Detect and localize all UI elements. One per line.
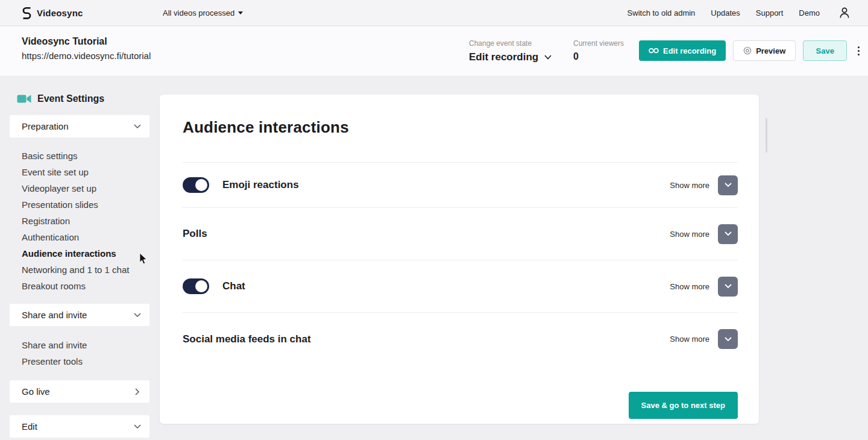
record-icon (649, 48, 659, 54)
more-options-button[interactable] (855, 44, 862, 58)
feature-label: Social media feeds in chat (183, 333, 311, 345)
event-state-dropdown[interactable]: Edit recording (469, 51, 552, 63)
sidebar-item-registration[interactable]: Registration (22, 213, 149, 229)
expand-polls-button[interactable] (718, 224, 738, 244)
feature-row-polls: Polls Show more (183, 208, 738, 260)
videos-processed-label: All videos processed (163, 8, 234, 17)
chevron-down-icon (725, 337, 732, 342)
event-settings-title: Event Settings (17, 93, 149, 104)
feature-row-social-media-feeds: Social media feeds in chat Show more (183, 313, 738, 365)
current-viewers-label: Current viewers (573, 39, 624, 48)
preparation-items: Basic settings Event site set up Videopl… (10, 137, 149, 304)
share-invite-items: Share and invite Presenter tools (10, 326, 149, 380)
feature-row-emoji-reactions: Emoji reactions Show more (183, 163, 738, 208)
sidebar-item-presenter-tools[interactable]: Presenter tools (22, 353, 149, 369)
eye-icon (743, 46, 752, 55)
expand-social-media-button[interactable] (718, 329, 738, 349)
chevron-down-icon (544, 55, 552, 60)
section-preparation-label: Preparation (22, 121, 69, 131)
show-more-label[interactable]: Show more (670, 282, 709, 291)
event-state-label: Change event state (469, 39, 552, 48)
edit-recording-label: Edit recording (663, 46, 716, 55)
user-icon (839, 7, 850, 19)
header-actions: Edit recording Preview Save (639, 40, 862, 61)
panel-heading-block: Audience interactions (183, 95, 738, 163)
show-more-label[interactable]: Show more (670, 181, 709, 190)
link-updates[interactable]: Updates (711, 8, 740, 17)
preview-label: Preview (756, 46, 785, 55)
preview-button[interactable]: Preview (733, 40, 796, 61)
section-go-live[interactable]: Go live (10, 380, 149, 403)
feature-label: Polls (183, 228, 207, 240)
edit-recording-button[interactable]: Edit recording (639, 40, 726, 61)
sidebar-item-networking-1to1-chat[interactable]: Networking and 1 to 1 chat (22, 262, 149, 278)
link-support[interactable]: Support (756, 8, 784, 17)
chevron-down-icon (134, 313, 141, 318)
section-edit[interactable]: Edit (10, 415, 149, 438)
link-demo[interactable]: Demo (799, 8, 820, 17)
chevron-down-icon (134, 424, 141, 429)
event-header: Videosync Tutorial https://demo.videosyn… (0, 27, 868, 77)
event-title-block: Videosync Tutorial https://demo.videosyn… (22, 36, 151, 61)
current-viewers-block: Current viewers 0 (573, 39, 624, 62)
videosync-s-logo-icon (22, 7, 32, 19)
videosync-logo[interactable]: Videosync (22, 7, 83, 19)
sidebar: Event Settings Preparation Basic setting… (10, 77, 149, 438)
link-switch-old-admin[interactable]: Switch to old admin (627, 8, 696, 17)
event-settings-label: Event Settings (37, 93, 104, 104)
expand-emoji-reactions-button[interactable] (718, 175, 738, 195)
caret-down-icon (238, 11, 243, 14)
save-and-next-step-button[interactable]: Save & go to next step (629, 392, 738, 419)
section-go-live-label: Go live (22, 386, 50, 397)
sidebar-item-breakout-rooms[interactable]: Breakout rooms (22, 278, 149, 294)
sidebar-item-share-and-invite[interactable]: Share and invite (22, 337, 149, 353)
user-account-button[interactable] (839, 7, 850, 19)
topbar-links: Switch to old admin Updates Support Demo (627, 7, 868, 19)
sidebar-item-authentication[interactable]: Authentication (22, 229, 149, 245)
event-url: https://demo.videosync.fi/tutorial (22, 51, 151, 61)
sidebar-item-presentation-slides[interactable]: Presentation slides (22, 196, 149, 213)
chevron-down-icon (725, 183, 732, 187)
current-viewers-count: 0 (573, 51, 624, 62)
chevron-right-icon (135, 388, 140, 395)
sidebar-item-basic-settings[interactable]: Basic settings (22, 148, 149, 164)
save-button[interactable]: Save (803, 40, 847, 61)
section-edit-label: Edit (22, 421, 37, 432)
chevron-down-icon (134, 124, 141, 129)
sidebar-item-videoplayer-set-up[interactable]: Videoplayer set up (22, 180, 149, 196)
chevron-down-icon (725, 231, 732, 236)
save-label: Save (816, 46, 834, 55)
feature-label: Chat (222, 280, 245, 292)
show-more-label[interactable]: Show more (670, 230, 709, 239)
panel-title: Audience interactions (183, 95, 738, 137)
video-camera-icon (17, 94, 31, 104)
show-more-label[interactable]: Show more (670, 335, 709, 344)
audience-interactions-panel: Audience interactions Emoji reactions Sh… (160, 95, 759, 424)
section-share-invite-label: Share and invite (22, 310, 87, 320)
chat-toggle[interactable] (183, 278, 209, 294)
event-state-value: Edit recording (469, 51, 538, 63)
expand-chat-button[interactable] (718, 277, 738, 297)
videos-processed-dropdown[interactable]: All videos processed (163, 8, 243, 17)
topbar: Videosync All videos processed Switch to… (0, 0, 868, 26)
chevron-down-icon (725, 284, 732, 289)
page-title: Videosync Tutorial (22, 36, 151, 47)
brand-name: Videosync (37, 8, 83, 18)
emoji-reactions-toggle[interactable] (183, 177, 209, 193)
scrollbar-thumb[interactable] (766, 118, 767, 152)
section-share-and-invite[interactable]: Share and invite (10, 304, 149, 326)
feature-label: Emoji reactions (222, 179, 299, 191)
event-state-block: Change event state Edit recording (469, 39, 552, 63)
section-preparation[interactable]: Preparation (10, 115, 149, 137)
sidebar-item-audience-interactions[interactable]: Audience interactions (22, 245, 149, 262)
sidebar-item-event-site-set-up[interactable]: Event site set up (22, 164, 149, 180)
feature-row-chat: Chat Show more (183, 260, 738, 313)
